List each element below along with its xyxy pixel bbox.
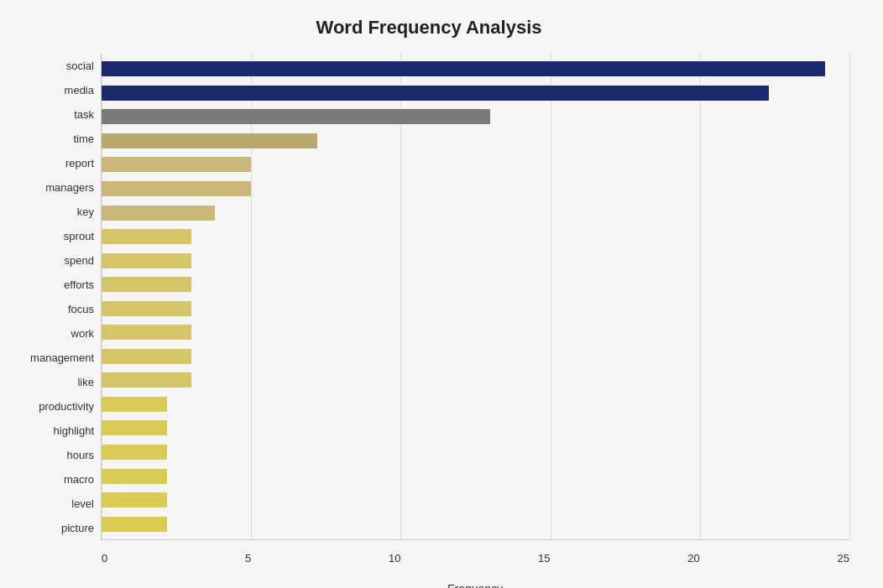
x-axis-title: Frequency [101,582,849,588]
bar-row [102,252,849,270]
x-axis-tick-label: 0 [102,552,107,565]
y-axis-label: focus [8,299,94,320]
bar-row [102,275,849,294]
bar [102,517,167,532]
y-axis-label: report [8,153,94,174]
bar-row [102,204,849,222]
bar-row [102,467,849,486]
chart-area: socialmediatasktimereportmanagerskeyspro… [8,54,849,540]
bar [102,157,251,172]
x-axis-tick-label: 20 [687,552,699,565]
y-axis: socialmediatasktimereportmanagerskeyspro… [8,54,101,540]
bar [102,181,251,196]
bar [102,445,167,460]
bar [102,133,317,148]
bars-and-grid: 0510152025 [101,54,849,540]
y-axis-label: time [8,128,94,150]
bar-row [102,515,849,533]
bar-row [102,323,849,341]
bar-row [102,227,849,246]
x-axis-labels: 0510152025 [102,552,849,565]
bar [102,492,167,507]
y-axis-label: managers [8,177,94,199]
y-axis-label: like [8,372,94,393]
bar-row [102,180,849,198]
bar-row [102,395,849,414]
bar [102,86,769,101]
bar-row [102,371,849,389]
y-axis-label: sprout [8,226,94,247]
bar-row [102,491,849,509]
x-axis-tick-label: 10 [389,552,400,565]
chart-title: Word Frequency Analysis [8,17,849,39]
bar [102,397,167,412]
bar [102,301,191,316]
bar [102,229,191,244]
bar [102,277,191,292]
bar-row [102,60,849,78]
bar [102,372,191,388]
y-axis-label: picture [8,518,94,539]
bar-row [102,347,849,366]
bar [102,253,191,268]
y-axis-label: spend [8,250,94,272]
y-axis-label: key [8,201,94,223]
bar-row [102,84,849,102]
y-axis-label: hours [8,445,94,466]
bar-row [102,299,849,318]
chart-container: Word Frequency Analysis socialmediataskt… [0,0,883,588]
bar-row [102,107,849,126]
x-axis-tick-label: 15 [538,552,550,565]
y-axis-label: social [8,55,94,77]
y-axis-label: media [8,80,94,101]
bar-row [102,155,849,174]
bars-wrapper [102,54,849,539]
y-axis-label: highlight [8,420,94,442]
bar [102,420,167,435]
bar [102,349,191,364]
bar [102,109,490,124]
y-axis-label: efforts [8,274,94,296]
grid-line [849,54,850,539]
bar-row [102,443,849,461]
y-axis-label: macro [8,469,94,491]
y-axis-label: productivity [8,396,94,418]
bar [102,469,167,484]
bar-row [102,132,849,150]
x-axis-tick-label: 25 [837,552,849,565]
y-axis-label: level [8,493,94,515]
x-axis-tick-label: 5 [245,552,251,565]
bar [102,206,215,221]
y-axis-label: management [8,347,94,369]
y-axis-label: task [8,104,94,126]
bar [102,61,825,76]
bar [102,325,191,340]
bar-row [102,419,849,437]
y-axis-label: work [8,323,94,345]
